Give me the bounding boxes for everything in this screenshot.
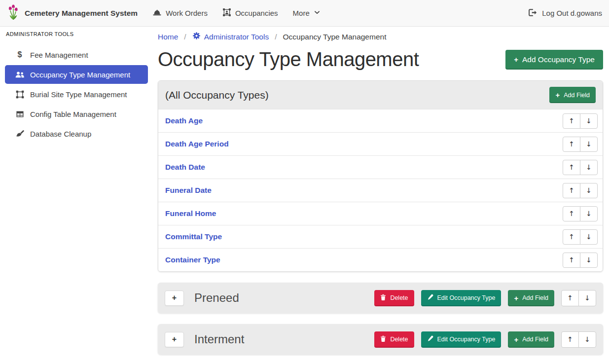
section-title: Preneed [194, 291, 374, 305]
occupancy-plot-icon [222, 8, 231, 18]
breadcrumb: Home / Administrator Tool [158, 32, 603, 42]
move-up-button[interactable]: ↑ [563, 113, 580, 129]
field-link-funeral-home[interactable]: Funeral Home [165, 209, 216, 218]
sidebar-item-occupancy-type-management[interactable]: Occupancy Type Management [5, 65, 148, 84]
move-up-button[interactable]: ↑ [563, 183, 580, 198]
reorder-group: ↑ ↓ [563, 113, 598, 129]
add-field-button[interactable]: + Add Field [549, 87, 596, 103]
nav-work-orders[interactable]: Work Orders [152, 8, 208, 18]
move-up-button[interactable]: ↑ [563, 229, 580, 245]
edit-occupancy-type-button[interactable]: Edit Occupancy Type [421, 331, 502, 348]
move-down-button[interactable]: ↓ [580, 229, 598, 245]
edit-occupancy-type-label: Edit Occupancy Type [437, 294, 496, 301]
move-down-button[interactable]: ↓ [578, 290, 596, 306]
nav-more[interactable]: More [293, 9, 321, 17]
move-down-button[interactable]: ↓ [580, 160, 598, 175]
sidebar: ADMINISTRATOR TOOLS $ Fee Management Occ… [0, 27, 153, 364]
sidebar-item-burial-site-type-management[interactable]: Burial Site Type Management [5, 85, 148, 104]
breadcrumb-admin-tools-link[interactable]: Administrator Tools [192, 32, 269, 42]
plus-icon: + [514, 294, 518, 302]
section-actions: Delete Edit Occupancy Type + Add Field ↑ [374, 331, 596, 348]
logout-button[interactable]: Log Out d.gowans [528, 8, 602, 18]
breadcrumb-admin-tools-label: Administrator Tools [204, 33, 269, 41]
reorder-group: ↑ ↓ [563, 229, 598, 245]
reorder-group: ↑ ↓ [563, 206, 598, 221]
sidebar-item-label: Fee Management [30, 51, 88, 59]
move-up-button[interactable]: ↑ [563, 160, 580, 175]
logout-label: Log Out d.gowans [542, 9, 602, 17]
delete-button[interactable]: Delete [374, 331, 414, 348]
sidebar-item-database-cleanup[interactable]: Database Cleanup [5, 124, 148, 143]
broom-icon [14, 130, 26, 138]
field-link-container-type[interactable]: Container Type [165, 255, 220, 264]
move-up-button[interactable]: ↑ [563, 137, 580, 152]
app-title: Cemetery Management System [25, 9, 138, 18]
move-up-button[interactable]: ↑ [561, 290, 579, 306]
expand-toggle-button[interactable]: + [165, 291, 184, 306]
chevron-down-icon [314, 9, 321, 17]
breadcrumb-separator: / [275, 33, 277, 41]
nav-occupancies-label: Occupancies [235, 9, 278, 17]
move-down-button[interactable]: ↓ [580, 113, 598, 129]
add-field-label: Add Field [522, 336, 548, 343]
move-up-button[interactable]: ↑ [563, 206, 580, 221]
sidebar-item-config-table-management[interactable]: Config Table Management [5, 105, 148, 123]
plus-icon: + [514, 56, 518, 63]
breadcrumb-separator: / [184, 33, 186, 41]
section-title: Interment [194, 332, 374, 346]
field-link-committal-type[interactable]: Committal Type [165, 232, 222, 241]
field-row: Death Date ↑ ↓ [158, 155, 603, 179]
add-field-button[interactable]: + Add Field [508, 290, 554, 306]
move-down-button[interactable]: ↓ [578, 331, 596, 348]
nav-occupancies[interactable]: Occupancies [222, 8, 278, 18]
breadcrumb-current: Occupancy Type Management [283, 33, 387, 41]
add-field-label: Add Field [522, 294, 548, 301]
expand-toggle-button[interactable]: + [165, 332, 184, 347]
delete-label: Delete [390, 294, 408, 301]
move-down-button[interactable]: ↓ [580, 253, 598, 268]
move-down-button[interactable]: ↓ [580, 206, 598, 221]
users-icon [14, 71, 26, 78]
field-link-death-date[interactable]: Death Date [165, 163, 205, 172]
sidebar-heading: ADMINISTRATOR TOOLS [0, 31, 153, 37]
sidebar-item-fee-management[interactable]: $ Fee Management [5, 45, 148, 64]
plus-icon: + [514, 336, 518, 343]
field-row: Funeral Home ↑ ↓ [158, 202, 603, 225]
add-field-button[interactable]: + Add Field [508, 331, 554, 348]
edit-occupancy-type-button[interactable]: Edit Occupancy Type [421, 290, 502, 306]
vector-square-icon [14, 90, 26, 99]
main-content: Home / Administrator Tool [153, 27, 609, 364]
section-actions: Delete Edit Occupancy Type + Add Field ↑ [374, 290, 596, 306]
field-link-funeral-date[interactable]: Funeral Date [165, 186, 212, 195]
nav-more-label: More [293, 9, 310, 17]
reorder-group: ↑ ↓ [563, 183, 598, 198]
app-brand[interactable]: Cemetery Management System [7, 4, 138, 23]
move-up-button[interactable]: ↑ [561, 331, 579, 348]
reorder-group: ↑ ↓ [561, 290, 596, 306]
plus-icon: + [555, 91, 560, 99]
move-down-button[interactable]: ↓ [580, 137, 598, 152]
sidebar-item-label: Occupancy Type Management [30, 71, 130, 79]
breadcrumb-home-link[interactable]: Home [158, 33, 178, 41]
tulip-logo-icon [7, 4, 20, 23]
delete-label: Delete [390, 336, 408, 343]
delete-button[interactable]: Delete [374, 290, 414, 306]
sidebar-item-label: Burial Site Type Management [30, 90, 127, 99]
section-interment: + Interment Delete [158, 324, 603, 355]
all-occupancy-types-header: (All Occupancy Types) + Add Field [158, 81, 603, 109]
all-occupancy-types-card: (All Occupancy Types) + Add Field Death … [158, 80, 603, 272]
reorder-group: ↑ ↓ [563, 137, 598, 152]
field-row: Death Age ↑ ↓ [158, 109, 603, 132]
field-row: Death Age Period ↑ ↓ [158, 132, 603, 155]
edit-occupancy-type-label: Edit Occupancy Type [437, 336, 496, 343]
add-occupancy-type-button[interactable]: + Add Occupancy Type [505, 50, 603, 70]
sign-out-icon [528, 8, 537, 18]
nav-work-orders-label: Work Orders [166, 9, 208, 17]
move-up-button[interactable]: ↑ [563, 253, 580, 268]
all-occupancy-types-title: (All Occupancy Types) [165, 89, 269, 101]
move-down-button[interactable]: ↓ [580, 183, 598, 198]
field-link-death-age-period[interactable]: Death Age Period [165, 140, 229, 148]
field-row: Funeral Date ↑ ↓ [158, 179, 603, 202]
pencil-icon [427, 294, 433, 302]
field-link-death-age[interactable]: Death Age [165, 116, 203, 125]
